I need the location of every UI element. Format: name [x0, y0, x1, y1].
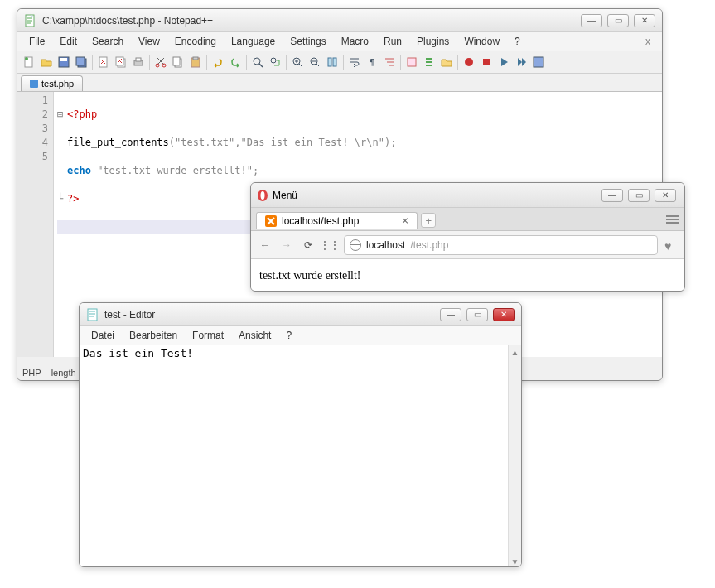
save-macro-icon[interactable] [530, 54, 547, 70]
notepad-menubar: Datei Bearbeiten Format Ansicht ? [80, 326, 521, 345]
npp-menu-close-icon[interactable]: x [639, 34, 657, 49]
menu-bearbeiten[interactable]: Bearbeiten [123, 328, 184, 343]
opera-icon [256, 189, 269, 202]
svg-rect-27 [534, 57, 543, 67]
bookmark-icon[interactable] [664, 239, 678, 251]
menu-ansicht[interactable]: Ansicht [232, 328, 278, 343]
maximize-button[interactable]: ▭ [607, 14, 629, 27]
print-icon[interactable] [130, 54, 147, 70]
file-tab[interactable]: test.php [21, 75, 83, 91]
status-language: PHP [22, 368, 41, 378]
menu-run[interactable]: Run [377, 34, 408, 49]
reload-button[interactable]: ⟳ [301, 238, 316, 253]
menu-help[interactable]: ? [279, 328, 298, 343]
menu-datei[interactable]: Datei [85, 328, 121, 343]
forward-button[interactable]: → [279, 238, 294, 253]
notepadpp-icon [24, 14, 37, 27]
speed-dial-icon[interactable]: ⋮⋮ [322, 238, 337, 253]
close-all-icon[interactable] [113, 54, 129, 70]
play-multi-icon[interactable] [513, 54, 529, 70]
save-all-icon[interactable] [73, 54, 89, 70]
npp-tabbar: test.php [17, 74, 662, 92]
minimize-button[interactable]: — [601, 189, 623, 202]
sync-v-icon[interactable] [324, 54, 341, 70]
panel-toggle-icon[interactable] [666, 215, 679, 225]
open-file-icon[interactable] [38, 54, 55, 70]
copy-icon[interactable] [170, 54, 186, 70]
menu-help[interactable]: ? [508, 34, 527, 49]
scrollbar[interactable]: ▲ ▼ [508, 345, 521, 567]
menu-macro[interactable]: Macro [335, 34, 375, 49]
back-button[interactable]: ← [258, 238, 273, 253]
find-icon[interactable] [249, 54, 266, 70]
new-tab-button[interactable]: + [421, 213, 436, 228]
close-button[interactable]: ✕ [655, 189, 676, 202]
folder-icon[interactable] [438, 54, 455, 70]
zoom-out-icon[interactable] [307, 54, 323, 70]
new-file-icon[interactable] [21, 54, 37, 70]
close-button[interactable]: ✕ [634, 14, 655, 27]
maximize-button[interactable]: ▭ [628, 189, 650, 202]
menu-settings[interactable]: Settings [283, 34, 332, 49]
svg-rect-6 [76, 57, 85, 65]
svg-rect-31 [88, 309, 97, 321]
xampp-icon [265, 215, 277, 227]
svg-point-19 [271, 58, 276, 63]
browser-tab[interactable]: localhost/test.php [256, 212, 418, 229]
address-bar[interactable]: localhost/test.php [344, 235, 658, 255]
func-list-icon[interactable] [421, 54, 437, 70]
menu-view[interactable]: View [132, 34, 167, 49]
save-icon[interactable] [56, 54, 72, 70]
browser-window: Menü — ▭ ✕ localhost/test.php + ← → ⟳ ⋮⋮… [250, 182, 685, 292]
minimize-button[interactable]: — [581, 14, 602, 27]
npp-menubar: File Edit Search View Encoding Language … [17, 32, 662, 51]
undo-icon[interactable] [210, 54, 226, 70]
lang-icon[interactable] [403, 54, 420, 70]
replace-icon[interactable] [267, 54, 283, 70]
svg-point-25 [465, 58, 473, 66]
notepad-titlebar[interactable]: test - Editor — ▭ ✕ [80, 303, 521, 326]
menu-plugins[interactable]: Plugins [410, 34, 456, 49]
indent-guide-icon[interactable] [381, 54, 398, 70]
notepad-body[interactable]: Das ist ein Test! ▲ ▼ [80, 345, 521, 567]
browser-titlebar[interactable]: Menü — ▭ ✕ [251, 183, 684, 208]
svg-rect-22 [328, 58, 331, 66]
browser-menu-button[interactable]: Menü [256, 189, 297, 202]
line-gutter: 1 2 3 4 5 [17, 92, 54, 357]
status-length: length [51, 368, 76, 378]
svg-rect-15 [173, 57, 180, 65]
menu-window[interactable]: Window [457, 34, 506, 49]
menu-format[interactable]: Format [186, 328, 230, 343]
notepad-text[interactable]: Das ist ein Test! [80, 345, 521, 361]
scroll-up-icon[interactable]: ▲ [509, 345, 521, 359]
npp-titlebar[interactable]: C:\xampp\htdocs\test.php - Notepad++ — ▭… [17, 9, 662, 32]
npp-title: C:\xampp\htdocs\test.php - Notepad++ [42, 15, 581, 27]
menu-search[interactable]: Search [85, 34, 130, 49]
svg-point-29 [261, 191, 265, 200]
svg-rect-17 [193, 57, 198, 60]
stop-icon[interactable] [478, 54, 495, 70]
redo-icon[interactable] [227, 54, 244, 70]
file-tab-label: test.php [41, 79, 74, 89]
menu-language[interactable]: Language [225, 34, 282, 49]
page-content: test.txt wurde erstellt! [251, 259, 684, 292]
zoom-in-icon[interactable] [289, 54, 306, 70]
record-icon[interactable] [461, 54, 477, 70]
close-button[interactable]: ✕ [493, 308, 515, 321]
show-chars-icon[interactable]: ¶ [364, 54, 380, 70]
scroll-down-icon[interactable]: ▼ [509, 555, 521, 567]
maximize-button[interactable]: ▭ [466, 308, 488, 321]
tab-close-icon[interactable] [402, 218, 408, 224]
wrap-icon[interactable] [346, 54, 363, 70]
svg-rect-26 [483, 59, 490, 65]
menu-edit[interactable]: Edit [53, 34, 84, 49]
cut-icon[interactable] [152, 54, 169, 70]
play-icon[interactable] [495, 54, 512, 70]
minimize-button[interactable]: — [440, 308, 461, 321]
menu-encoding[interactable]: Encoding [168, 34, 223, 49]
paste-icon[interactable] [187, 54, 204, 70]
file-modified-icon [30, 80, 38, 88]
menu-file[interactable]: File [22, 34, 51, 49]
close-file-icon[interactable] [95, 54, 112, 70]
svg-point-2 [25, 57, 28, 60]
